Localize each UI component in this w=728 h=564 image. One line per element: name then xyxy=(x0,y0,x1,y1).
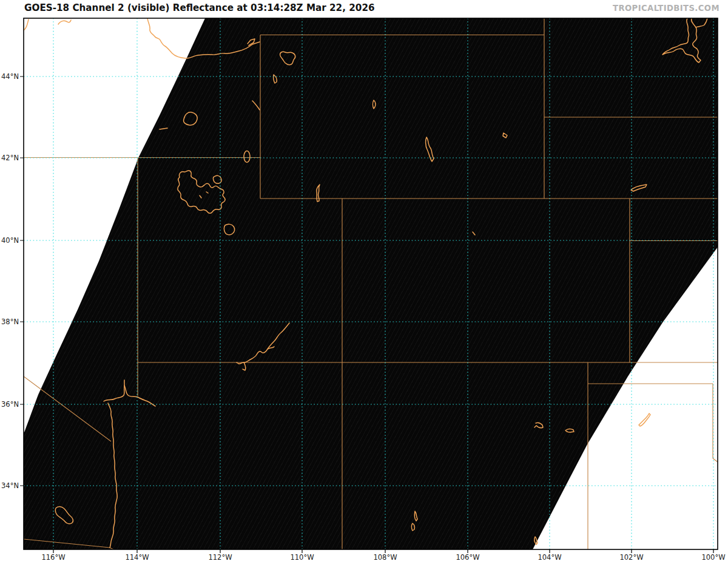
x-tick-label: 106°W xyxy=(456,553,479,562)
map-overlay xyxy=(0,0,728,564)
x-tick-label: 110°W xyxy=(290,553,314,562)
x-tick-label: 112°W xyxy=(208,553,232,562)
y-tick-label: 44°N xyxy=(0,72,19,81)
y-tick-label: 40°N xyxy=(0,236,19,245)
no-data-region-bottomright xyxy=(533,247,718,549)
x-tick-label: 102°W xyxy=(619,553,643,562)
y-tick-label: 42°N xyxy=(0,154,19,162)
x-tick-label: 114°W xyxy=(125,553,149,562)
x-tick-label: 108°W xyxy=(373,553,397,562)
x-tick-label: 104°W xyxy=(538,553,561,562)
x-tick-label: 100°W xyxy=(701,553,725,562)
y-tick-label: 36°N xyxy=(0,400,19,409)
goes-image-page: GOES-18 Channel 2 (visible) Reflectance … xyxy=(0,0,728,564)
x-tick-label: 116°W xyxy=(41,553,65,562)
y-tick-label: 34°N xyxy=(0,481,19,490)
no-data-region-topleft xyxy=(24,18,205,432)
y-tick-label: 38°N xyxy=(0,318,19,326)
